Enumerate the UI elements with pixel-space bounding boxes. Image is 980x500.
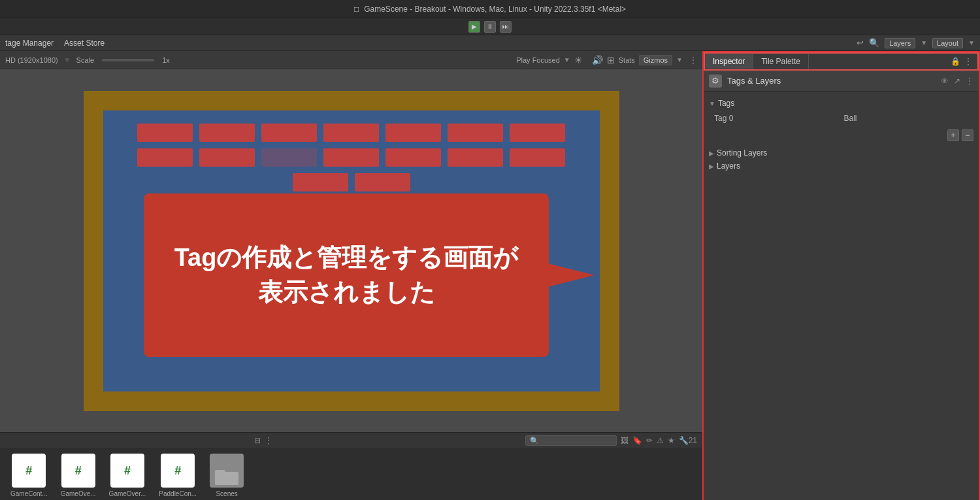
lock-icon[interactable]: 🔒: [951, 57, 960, 66]
more-icon[interactable]: ⋮: [964, 57, 972, 66]
tags-section: ▼ Tags Tag 0 Ball + −: [704, 97, 979, 144]
asset-icon-gameover2: #: [110, 454, 144, 488]
sorting-layers-row[interactable]: ▶ Sorting Layers: [704, 146, 979, 159]
cs-hash-icon: #: [25, 464, 32, 478]
center-area: HD (1920x1080) ▼ Scale 1x Play Focused ▼…: [0, 51, 702, 500]
sorting-layers-expand-icon: ▶: [709, 150, 714, 157]
asset-icon-3[interactable]: ✏: [646, 436, 653, 445]
brick: [323, 148, 379, 167]
bricks-area: [110, 124, 593, 198]
stats-label[interactable]: Stats: [619, 56, 635, 64]
brick: [293, 173, 348, 192]
eye-icon[interactable]: 👁: [941, 76, 949, 86]
cs-hash-icon: #: [124, 464, 131, 478]
layers-dropdown[interactable]: Layers: [885, 38, 915, 48]
more-options-icon[interactable]: ⋮: [689, 56, 697, 65]
menu-bar: tage Manager Asset Store ↩ 🔍 Layers ▼ La…: [0, 35, 980, 51]
assets-area: # GameCont... # GameOve... # GameOver...: [0, 448, 702, 500]
asset-item-4[interactable]: Scenes: [210, 454, 244, 497]
asset-icon-5[interactable]: ★: [668, 436, 675, 445]
bottom-right-tools: 🖼 🔖 ✏ ⚠ ★ 🔧21: [525, 435, 697, 446]
asset-icon-gameover1: #: [61, 454, 95, 488]
asset-label-3: PaddleCon...: [159, 490, 197, 497]
asset-icon-paddlecon: #: [161, 454, 195, 488]
remove-tag-button[interactable]: −: [962, 129, 973, 141]
asset-icon-2[interactable]: 🔖: [632, 436, 642, 445]
brick: [355, 173, 410, 192]
add-tag-button[interactable]: +: [947, 129, 959, 141]
brick-row-2: [110, 148, 593, 167]
add-remove-row: + −: [704, 127, 979, 144]
more-inspector-icon[interactable]: ⋮: [966, 76, 973, 86]
bookmark-icon[interactable]: ↗: [954, 76, 960, 86]
tag-0-value: Ball: [844, 114, 969, 123]
callout-line1: Tagの作成と管理をする画面が: [174, 241, 519, 275]
brick: [448, 124, 503, 142]
brick: [261, 148, 317, 167]
menu-right-icons: ↩ 🔍 Layers ▼ Layout ▼: [857, 38, 975, 48]
tags-section-title: Tags: [718, 99, 734, 108]
asset-icon-scenes: [210, 454, 244, 488]
callout-box: Tagの作成と管理をする画面が 表示されました: [144, 193, 549, 357]
layout-dropdown[interactable]: Layout: [932, 38, 963, 48]
asset-item-1[interactable]: # GameOve...: [61, 454, 96, 497]
bottom-layout-icon[interactable]: ⊟: [254, 436, 261, 445]
layout-arrow-icon: ▼: [968, 39, 975, 46]
bottom-toolbar: ⊟ ⋮ 🖼 🔖 ✏ ⚠ ★ 🔧21: [0, 433, 702, 448]
gear-icon: ⚙: [709, 75, 722, 88]
inspector-header-icons: 👁 ↗ ⋮: [941, 76, 973, 86]
asset-icon-4[interactable]: ⚠: [657, 436, 664, 445]
brick: [137, 124, 193, 142]
pause-button[interactable]: ⏸: [484, 21, 496, 33]
menu-asset-store[interactable]: Asset Store: [64, 39, 105, 48]
tab-inspector[interactable]: Inspector: [705, 54, 753, 69]
inspector-header: ⚙ Tags & Layers 👁 ↗ ⋮: [704, 71, 979, 92]
folder-svg: [215, 467, 238, 485]
brick: [510, 124, 565, 142]
menu-stage-manager[interactable]: tage Manager: [5, 39, 54, 48]
gizmos-button[interactable]: Gizmos: [639, 55, 672, 65]
play-mode-arrow-icon: ▼: [564, 56, 570, 63]
inspector-body: ▼ Tags Tag 0 Ball + − ▶ Sorting Layers: [704, 92, 979, 500]
scale-slider[interactable]: [102, 59, 154, 61]
resolution-label: HD (1920x1080): [5, 56, 58, 64]
asset-item-3[interactable]: # PaddleCon...: [159, 454, 197, 497]
brick: [137, 148, 193, 167]
cs-hash-icon: #: [174, 464, 181, 478]
callout-line2: 表示されました: [174, 275, 519, 310]
tags-section-header[interactable]: ▼ Tags: [704, 97, 979, 110]
callout-arrow: [542, 256, 601, 295]
tags-expand-icon: ▼: [709, 100, 715, 107]
asset-count: 🔧21: [679, 436, 697, 445]
sorting-layers-label: Sorting Layers: [717, 148, 767, 158]
asset-item-0[interactable]: # GameCont...: [10, 454, 48, 497]
display-icon: ⊞: [607, 55, 615, 65]
search-icon[interactable]: 🔍: [869, 38, 879, 48]
brick: [199, 124, 255, 142]
sun-icon: ☀: [574, 55, 583, 65]
svg-marker-0: [542, 262, 595, 288]
asset-item-2[interactable]: # GameOver...: [109, 454, 146, 497]
svg-rect-1: [215, 472, 238, 485]
toolbar-right: Play Focused ▼ ☀ 🔊 ⊞ Stats Gizmos ▼ ⋮: [516, 55, 697, 65]
undo-icon[interactable]: ↩: [857, 38, 864, 48]
layers-row[interactable]: ▶ Layers: [704, 159, 979, 173]
bottom-toolbar-right: ⊟ ⋮: [254, 436, 272, 445]
bottom-area: ⊟ ⋮ 🖼 🔖 ✏ ⚠ ★ 🔧21 #: [0, 432, 702, 500]
brick: [448, 148, 503, 167]
unity-icon: □: [354, 5, 359, 14]
step-button[interactable]: ⏭: [500, 21, 512, 33]
asset-icon-1[interactable]: 🖼: [621, 436, 629, 445]
audio-icon: 🔊: [592, 55, 603, 65]
title-bar: □ GameScene - Breakout - Windows, Mac, L…: [0, 0, 980, 18]
layers-label: Layers: [717, 161, 740, 171]
inspector-title: Tags & Layers: [727, 76, 781, 86]
asset-search-input[interactable]: [525, 435, 617, 446]
svg-rect-2: [215, 470, 225, 473]
asset-label-2: GameOver...: [109, 490, 146, 497]
asset-label-1: GameOve...: [61, 490, 96, 497]
bottom-more-icon[interactable]: ⋮: [265, 436, 272, 445]
play-button[interactable]: ▶: [468, 21, 480, 33]
brick-row-3: [110, 173, 593, 192]
tab-tile-palette[interactable]: Tile Palette: [753, 54, 809, 69]
